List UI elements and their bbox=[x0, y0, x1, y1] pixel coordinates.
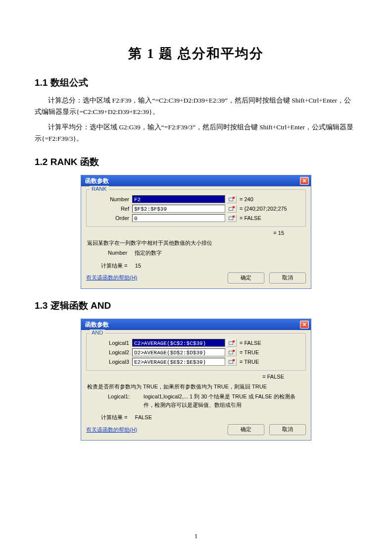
and-arg-name: Logical1: bbox=[108, 392, 139, 409]
result-order: = FALSE bbox=[240, 215, 261, 221]
ref-edit-icon[interactable] bbox=[227, 205, 237, 213]
close-icon[interactable]: × bbox=[300, 321, 309, 329]
input-logical3[interactable]: E2>AVERAGE($E$2:$E$39) bbox=[132, 358, 225, 366]
result-label: 计算结果 = bbox=[101, 414, 127, 420]
result-ref: = {240;207;202;275 bbox=[240, 206, 287, 212]
input-logical1[interactable]: C2>AVERAGE($C$2:$C$39) bbox=[132, 339, 225, 347]
ref-edit-icon[interactable] bbox=[227, 214, 237, 222]
dialog-titlebar[interactable]: 函数参数 × bbox=[81, 175, 311, 186]
cancel-button[interactable]: 取消 bbox=[269, 273, 306, 283]
paragraph-avg: 计算平均分：选中区域 G2:G39，输入“=F2:F39/3”，然后同时按组合键… bbox=[35, 122, 357, 145]
result-logical3: = TRUE bbox=[240, 359, 259, 365]
input-number[interactable]: F2 bbox=[132, 195, 225, 203]
label-ref: Ref bbox=[91, 206, 132, 212]
dialog-rank: 函数参数 × RANK Number F2 = 240 Ref $F$2:$F$… bbox=[81, 175, 311, 288]
rank-arg-name: Number bbox=[108, 250, 127, 256]
input-order[interactable]: 0 bbox=[132, 214, 225, 222]
and-arg-desc: logical1,logical2,... 1 到 30 个结果是 TRUE 或… bbox=[144, 392, 297, 409]
ref-edit-icon[interactable] bbox=[227, 348, 237, 356]
label-logical1: Logical1 bbox=[91, 340, 132, 346]
cancel-button[interactable]: 取消 bbox=[269, 424, 306, 435]
rank-description: 返回某数字在一列数字中相对于其他数值的大小排位 bbox=[87, 239, 306, 247]
label-order: Order bbox=[91, 215, 132, 221]
result-logical2: = TRUE bbox=[240, 349, 259, 355]
group-label-rank: RANK bbox=[90, 186, 109, 192]
result-number: = 240 bbox=[240, 196, 253, 202]
dialog-title-text: 函数参数 bbox=[85, 319, 109, 330]
heading-1-1: 1.1 数组公式 bbox=[35, 76, 357, 89]
page-number: 1 bbox=[0, 532, 392, 540]
help-link[interactable]: 有关该函数的帮助(H) bbox=[86, 274, 137, 281]
ref-edit-icon[interactable] bbox=[227, 195, 237, 203]
dialog-titlebar[interactable]: 函数参数 × bbox=[81, 319, 311, 330]
overall-result: = FALSE bbox=[86, 374, 284, 380]
label-number: Number bbox=[91, 196, 132, 202]
paragraph-sum: 计算总分：选中区域 F2:F39，输入“=C2:C39+D2:D39+E2:39… bbox=[35, 95, 357, 118]
ref-edit-icon[interactable] bbox=[227, 358, 237, 366]
label-logical3: Logical3 bbox=[91, 359, 132, 365]
result-value: 15 bbox=[135, 263, 141, 269]
overall-result: = 15 bbox=[86, 230, 284, 236]
help-link[interactable]: 有关该函数的帮助(H) bbox=[86, 426, 137, 434]
dialog-title-text: 函数参数 bbox=[85, 175, 109, 186]
ok-button[interactable]: 确定 bbox=[228, 273, 264, 283]
result-label: 计算结果 = bbox=[101, 263, 127, 269]
ref-edit-icon[interactable] bbox=[227, 339, 237, 347]
page-title: 第 1 题 总分和平均分 bbox=[35, 45, 357, 62]
rank-arg-desc: 指定的数字 bbox=[135, 250, 162, 256]
input-ref[interactable]: $F$2:$F$39 bbox=[132, 205, 225, 213]
input-logical2[interactable]: D2>AVERAGE($D$2:$D$39) bbox=[132, 348, 225, 356]
result-value: FALSE bbox=[135, 414, 152, 420]
label-logical2: Logical2 bbox=[91, 349, 132, 355]
close-icon[interactable]: × bbox=[300, 177, 309, 185]
dialog-and: 函数参数 × AND Logical1 C2>AVERAGE($C$2:$C$3… bbox=[81, 319, 311, 441]
heading-1-2: 1.2 RANK 函数 bbox=[35, 156, 357, 168]
result-logical1: = FALSE bbox=[240, 340, 261, 346]
group-label-and: AND bbox=[90, 330, 105, 335]
ok-button[interactable]: 确定 bbox=[228, 424, 264, 435]
and-description: 检查是否所有参数均为 TRUE，如果所有参数值均为 TRUE，则返回 TRUE bbox=[87, 383, 306, 391]
heading-1-3: 1.3 逻辑函数 AND bbox=[35, 299, 357, 312]
